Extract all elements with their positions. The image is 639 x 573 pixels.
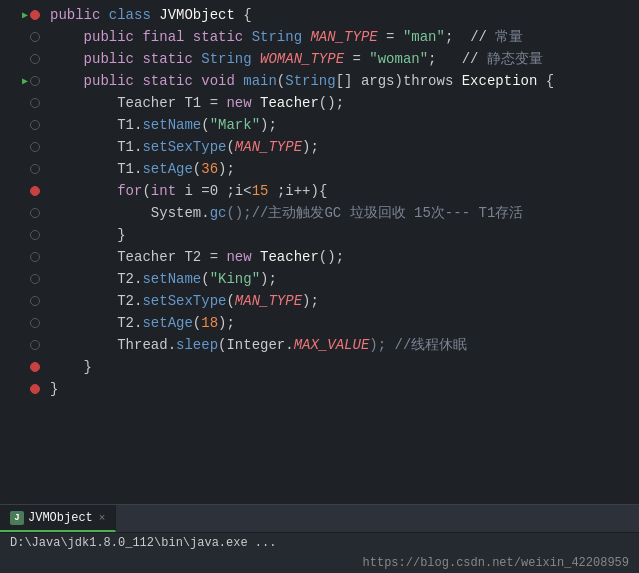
token: (); [319, 249, 344, 265]
token: String [252, 29, 311, 45]
tab-jvmobject[interactable]: J JVMObject × [0, 505, 116, 532]
token: = [378, 29, 403, 45]
token: } [50, 381, 58, 397]
breakpoint-14[interactable] [30, 296, 40, 306]
breakpoint-10[interactable] [30, 208, 40, 218]
code-content-7: T1.setSexType(MAN_TYPE); [46, 136, 639, 158]
code-line-2: public final static String MAN_TYPE = "m… [0, 26, 639, 48]
token: static [142, 73, 201, 89]
token: public [84, 29, 143, 45]
code-content-13: T2.setName("King"); [46, 268, 639, 290]
breakpoint-9[interactable] [30, 186, 40, 196]
code-line-11: } [0, 224, 639, 246]
token: ); [302, 293, 319, 309]
token: { [537, 73, 554, 89]
breakpoint-6[interactable] [30, 120, 40, 130]
breakpoint-13[interactable] [30, 274, 40, 284]
code-content-6: T1.setName("Mark"); [46, 114, 639, 136]
code-line-10: System.gc();//主动触发GC 垃圾回收 15次--- T1存活 [0, 202, 639, 224]
token: T1. [117, 117, 142, 133]
token: WOMAN_TYPE [260, 51, 344, 67]
token: MAX_VALUE [294, 337, 370, 353]
token: 常量 [495, 29, 523, 45]
token: } [84, 359, 92, 375]
token: final [142, 29, 192, 45]
tab-close-button[interactable]: × [99, 512, 106, 524]
code-line-14: T2.setSexType(MAN_TYPE); [0, 290, 639, 312]
token: setName [142, 117, 201, 133]
breakpoint-11[interactable] [30, 230, 40, 240]
token: "man" [403, 29, 445, 45]
run-arrow-4[interactable]: ▶ [22, 75, 28, 87]
token: Thread. [117, 337, 176, 353]
breakpoint-7[interactable] [30, 142, 40, 152]
breakpoint-5[interactable] [30, 98, 40, 108]
breakpoint-2[interactable] [30, 32, 40, 42]
token: i =0 ;i< [184, 183, 251, 199]
run-arrow-1[interactable]: ▶ [22, 9, 28, 21]
code-line-18: } [0, 378, 639, 400]
code-content-8: T1.setAge(36); [46, 158, 639, 180]
token: sleep [176, 337, 218, 353]
token: ); [260, 271, 277, 287]
token: setSexType [142, 293, 226, 309]
token: ); [218, 161, 235, 177]
token: = [344, 51, 369, 67]
breakpoint-4[interactable] [30, 76, 40, 86]
token: gc [210, 205, 227, 221]
code-content-18: } [46, 378, 639, 400]
token: 36 [201, 161, 218, 177]
token: Teacher [260, 95, 319, 111]
gutter-1: ▶ [0, 9, 46, 21]
gutter-12 [0, 252, 46, 262]
token: ( [193, 315, 201, 331]
gutter-3 [0, 54, 46, 64]
code-line-4: ▶ public static void main(String[] args)… [0, 70, 639, 92]
gutter-8 [0, 164, 46, 174]
gutter-6 [0, 120, 46, 130]
gutter-16 [0, 340, 46, 350]
token: T1. [117, 161, 142, 177]
token: T2. [117, 271, 142, 287]
breakpoint-15[interactable] [30, 318, 40, 328]
code-content-12: Teacher T2 = new Teacher(); [46, 246, 639, 268]
token: (); [319, 95, 344, 111]
breakpoint-16[interactable] [30, 340, 40, 350]
token: class [109, 7, 159, 23]
code-line-1: ▶public class JVMObject { [0, 4, 639, 26]
token: ( [226, 139, 234, 155]
token: T1. [117, 139, 142, 155]
code-line-9: for(int i =0 ;i<15 ;i++){ [0, 180, 639, 202]
token: MAN_TYPE [235, 293, 302, 309]
gutter-15 [0, 318, 46, 328]
token: Teacher T1 = [117, 95, 226, 111]
token: ();//主动触发GC 垃圾回收 15次--- T1存活 [226, 205, 523, 221]
breakpoint-1[interactable] [30, 10, 40, 20]
token: new [226, 95, 260, 111]
token: ; // [428, 51, 487, 67]
code-line-12: Teacher T2 = new Teacher(); [0, 246, 639, 268]
token: for [117, 183, 142, 199]
breakpoint-8[interactable] [30, 164, 40, 174]
token: ( [226, 293, 234, 309]
breakpoint-12[interactable] [30, 252, 40, 262]
token: (Integer. [218, 337, 294, 353]
token: ); [260, 117, 277, 133]
code-content-16: Thread.sleep(Integer.MAX_VALUE); //线程休眠 [46, 334, 639, 356]
token: T2. [117, 293, 142, 309]
code-line-8: T1.setAge(36); [0, 158, 639, 180]
token: setAge [142, 315, 192, 331]
gutter-4: ▶ [0, 75, 46, 87]
breakpoint-3[interactable] [30, 54, 40, 64]
console-path: D:\Java\jdk1.8.0_112\bin\java.exe ... [0, 533, 639, 553]
token: ); [302, 139, 319, 155]
token: setAge [142, 161, 192, 177]
code-line-15: T2.setAge(18); [0, 312, 639, 334]
token: T2. [117, 315, 142, 331]
token: ( [193, 161, 201, 177]
token: public [50, 7, 109, 23]
gutter-18 [0, 384, 46, 394]
breakpoint-18[interactable] [30, 384, 40, 394]
token: "Mark" [210, 117, 260, 133]
breakpoint-17[interactable] [30, 362, 40, 372]
